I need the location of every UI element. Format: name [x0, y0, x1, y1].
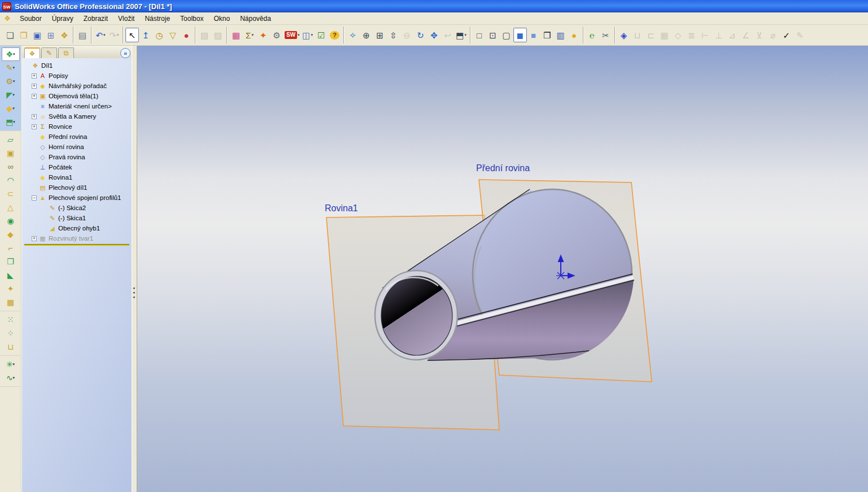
tree-item-navrharsky-poradac[interactable]: + ◆ Návrhářský pořadač	[32, 81, 132, 91]
base-flange-button[interactable]: ▱	[2, 133, 20, 146]
break-corner-button[interactable]: ◣	[2, 268, 20, 282]
baseline-dimension-button[interactable]: ▦	[658, 28, 671, 42]
shaded-button[interactable]: ■	[527, 28, 540, 42]
reference-point-button[interactable]: ✳	[2, 358, 20, 371]
tree-item-rovnice[interactable]: + Σ Rovnice	[32, 121, 132, 132]
wireframe-button[interactable]: □	[473, 28, 486, 42]
evaluate-flyout-button[interactable]: ⚙	[2, 75, 20, 88]
convert-to-sheet-metal-button[interactable]: ▣	[2, 146, 20, 160]
select-other-button[interactable]: ✧	[346, 28, 360, 42]
undo-button[interactable]: ↶	[94, 28, 107, 42]
dome-button[interactable]: ◠	[2, 173, 20, 187]
selection-filter-button[interactable]: ▽	[166, 28, 180, 42]
reference-geometry-flyout-button[interactable]: ◆	[2, 102, 20, 115]
tree-item-plechovy-dil1[interactable]: ▤ Plechový díl1	[32, 182, 132, 193]
vertical-ordinate-button[interactable]: ⊥	[712, 28, 726, 42]
menu-zobrazit[interactable]: Zobrazit	[78, 13, 113, 24]
tree-expander[interactable]: +	[32, 94, 37, 99]
tree-expander[interactable]: +	[32, 73, 37, 79]
tree-expander[interactable]: +	[32, 236, 37, 241]
edit-part-button[interactable]: ▧	[198, 28, 211, 42]
shaded-with-edges-button[interactable]: ◼	[513, 28, 527, 42]
spline-tools-button[interactable]: ∿	[2, 371, 20, 385]
menu-toolbox[interactable]: Toolbox	[175, 13, 208, 24]
tree-item-prava-rovina[interactable]: ◇ Pravá rovina	[32, 152, 132, 162]
tree-expander[interactable]: −	[32, 195, 37, 201]
cross-break-button[interactable]: ◉	[2, 214, 20, 228]
zoom-to-selection-button[interactable]: ⊖	[400, 28, 414, 42]
sketched-bend-button[interactable]: ⌐	[2, 241, 20, 255]
section-view-button[interactable]: ▥	[554, 28, 568, 42]
fold-button[interactable]: ◆	[2, 228, 20, 241]
tree-item-skica2[interactable]: ✎ (-) Skica2	[41, 203, 132, 213]
modify-sketch-button[interactable]: ✎	[793, 28, 807, 42]
previous-view-button[interactable]: ↩	[441, 28, 455, 42]
unfold-button[interactable]: ▦	[2, 295, 20, 309]
equations-measure-button[interactable]: Σ	[243, 28, 256, 42]
tree-item-pocatek[interactable]: ⊥ Počátek	[32, 162, 132, 172]
surfaces-flyout-button[interactable]: ◤	[2, 88, 20, 102]
angular-dimension-button[interactable]: ∠	[739, 28, 753, 42]
circular-pattern-button[interactable]: ⁘	[2, 326, 20, 340]
apply-scene-button[interactable]: ●	[568, 28, 581, 42]
menu-napoveda[interactable]: Nápověda	[235, 13, 276, 24]
task-pane-button[interactable]: ◫	[301, 28, 315, 42]
rollback-bar[interactable]	[24, 244, 129, 246]
save-button[interactable]: ▣	[30, 28, 44, 42]
rebuild-button[interactable]: ↥	[139, 28, 152, 42]
autodimension-button[interactable]: ◇	[671, 28, 685, 42]
panel-expand-button[interactable]: »	[120, 48, 130, 58]
zoom-to-area-button[interactable]: ⊞	[373, 28, 387, 42]
tree-item-horni-rovina[interactable]: ◇ Horní rovina	[32, 142, 132, 152]
predni-rovina-plane-label[interactable]: Přední rovina	[476, 163, 530, 173]
features-flyout-button[interactable]: ❖	[2, 47, 20, 61]
edit-assembly-button[interactable]: ▨	[211, 28, 225, 42]
closed-corner-button[interactable]: ❒	[2, 255, 20, 268]
sketch-flyout-button[interactable]: ✎	[2, 61, 20, 75]
panel-splitter[interactable]: ◂◂◂	[132, 46, 137, 492]
toolbox-button[interactable]: ⚙	[270, 28, 283, 42]
open-button[interactable]: ❒	[17, 28, 30, 42]
dimension-check-button[interactable]: ✓	[780, 28, 793, 42]
tree-item-skica1[interactable]: ✎ (-) Skica1	[41, 213, 132, 223]
pan-button[interactable]: ✥	[428, 28, 441, 42]
tree-item-obecny-ohyb1[interactable]: ◢ Obecný ohyb1	[41, 223, 132, 233]
mirror-button[interactable]: ⊔	[2, 340, 20, 354]
swept-flange-button[interactable]: ∞	[2, 160, 20, 173]
view-settings-flyout-button[interactable]: ⬒	[2, 115, 20, 129]
zoom-in-out-button[interactable]: ⇳	[387, 28, 400, 42]
tree-item-popisy[interactable]: + A Popisy	[32, 71, 132, 81]
redo-button[interactable]: ↷	[107, 28, 121, 42]
measure-button[interactable]: ◷	[152, 28, 166, 42]
rotate-view-button[interactable]: ↻	[414, 28, 428, 42]
publish-edrawings-button[interactable]: ✂	[599, 28, 613, 42]
edrawings-button[interactable]: ℮	[586, 28, 599, 42]
view-orientation-button[interactable]: ⬒	[455, 28, 468, 42]
tree-item-rovina1[interactable]: ◆ Rovina1	[32, 172, 132, 182]
tree-expander[interactable]: +	[32, 84, 37, 89]
chamfer-dimension-button[interactable]: ⊿	[726, 28, 739, 42]
tree-item-plechove-spojeni-profilu1[interactable]: − ▲ Plechové spojení profilů1	[32, 193, 132, 203]
ordinate-dimension-button[interactable]: ≣	[685, 28, 699, 42]
graphics-viewport[interactable]: Rovina1 Přední rovina	[137, 46, 868, 492]
tree-item-predni-rovina[interactable]: ◆ Přední rovina	[32, 132, 132, 142]
make-drawing-from-part-button[interactable]: ⊞	[44, 28, 58, 42]
selection-filters-button[interactable]: ●	[180, 28, 193, 42]
help-button[interactable]: ?	[328, 28, 342, 42]
menu-vlozit[interactable]: Vložit	[113, 13, 139, 24]
hem-button[interactable]: ⊂	[2, 187, 20, 201]
hole-callout-button[interactable]: ⌀	[766, 28, 780, 42]
vertical-dimension-button[interactable]: ⊏	[644, 28, 658, 42]
tree-item-rozvinuty-tvar1[interactable]: + ▦ Rozvinutý tvar1	[32, 233, 132, 243]
tree-expander[interactable]: +	[32, 124, 37, 129]
linear-pattern-button[interactable]: ⁙	[2, 313, 20, 326]
model-canvas[interactable]: Rovina1 Přední rovina	[137, 46, 868, 492]
hidden-lines-removed-button[interactable]: ▢	[500, 28, 513, 42]
select-button[interactable]: ↖	[125, 28, 139, 42]
rovina1-plane-label[interactable]: Rovina1	[325, 203, 358, 213]
tree-item-dil1[interactable]: ❖ Díl1	[24, 60, 132, 71]
simple-hole-button[interactable]: ✦	[2, 282, 20, 295]
menu-nastroje[interactable]: Nástroje	[139, 13, 175, 24]
tree-item-material[interactable]: ≡ Materiál <není určen>	[32, 101, 132, 111]
solidworks-resources-button[interactable]: SW	[283, 28, 301, 42]
